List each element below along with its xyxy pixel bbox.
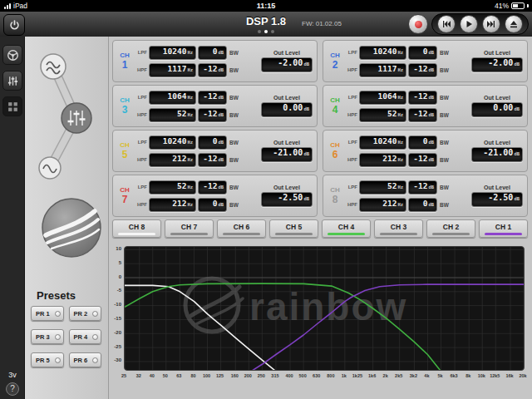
- hpf-gain-display[interactable]: -12dB: [198, 108, 227, 122]
- x-axis-label: 6k3: [446, 373, 461, 378]
- lpf-freq-display[interactable]: 10240Hz: [359, 46, 406, 60]
- hpf-freq-display[interactable]: 1117Hz: [359, 63, 406, 77]
- x-axis-label: 63: [171, 373, 186, 378]
- hpf-label: HPF: [135, 202, 147, 207]
- preset-button[interactable]: PR 3: [31, 329, 64, 344]
- lpf-gain-display[interactable]: 0dB: [408, 46, 437, 60]
- channel-tab[interactable]: CH 7: [165, 219, 214, 238]
- output-page-button[interactable]: [39, 157, 61, 179]
- bw-label: BW: [440, 95, 449, 101]
- lpf-freq-display[interactable]: 10240Hz: [359, 135, 406, 150]
- hpf-gain-display[interactable]: -12dB: [408, 108, 437, 122]
- channel-panel: CH 8 LPF 52Hz -12dB BW HPF 212Hz 0dB BW …: [323, 175, 528, 217]
- lpf-freq-display[interactable]: 52Hz: [149, 180, 196, 195]
- out-level-display[interactable]: 0.00dB: [261, 102, 313, 117]
- db-unit: dB: [428, 185, 434, 190]
- preset-button[interactable]: PR 1: [31, 306, 64, 321]
- prev-icon: [442, 20, 451, 28]
- lpf-row: LPF 10240Hz 0dB BW: [345, 135, 449, 150]
- lpf-row: LPF 1064Hz -12dB BW: [345, 91, 449, 105]
- channel-panel: CH 2 LPF 10240Hz 0dB BW HPF 1117Hz -12dB…: [323, 40, 528, 82]
- lpf-freq-display[interactable]: 10240Hz: [149, 46, 196, 60]
- hpf-freq-display[interactable]: 212Hz: [359, 153, 406, 167]
- out-level-display[interactable]: -2.50dB: [261, 192, 313, 207]
- lpf-gain-display[interactable]: 0dB: [408, 135, 437, 150]
- channel-tab[interactable]: CH 2: [426, 219, 475, 238]
- channel-tab[interactable]: CH 4: [322, 219, 371, 238]
- preset-button[interactable]: PR 6: [69, 352, 102, 367]
- steering-wheel-button[interactable]: [2, 45, 22, 65]
- lpf-gain-display[interactable]: 0dB: [198, 135, 227, 150]
- lpf-gain-display[interactable]: -12dB: [198, 180, 227, 195]
- page-dot-active: [264, 30, 268, 33]
- hpf-gain-display[interactable]: 0dB: [408, 198, 437, 212]
- next-button[interactable]: [482, 15, 500, 33]
- bw-label: BW: [229, 140, 239, 145]
- preset-button[interactable]: PR 4: [69, 329, 102, 344]
- out-level-display[interactable]: 0.00dB: [471, 102, 523, 117]
- db-unit: dB: [514, 106, 520, 111]
- hpf-freq-display[interactable]: 52Hz: [149, 108, 196, 122]
- channel-tab[interactable]: CH 6: [217, 219, 266, 238]
- preset-button[interactable]: PR 2: [69, 306, 102, 321]
- channel-tab[interactable]: CH 8: [112, 219, 161, 238]
- preset-button[interactable]: PR 5: [31, 352, 64, 367]
- hpf-gain-display[interactable]: -12dB: [408, 153, 437, 167]
- lpf-gain-display[interactable]: -12dB: [408, 91, 437, 105]
- next-icon: [487, 20, 495, 28]
- channel-tab[interactable]: CH 1: [479, 219, 528, 238]
- crossover-page-button[interactable]: [41, 54, 66, 79]
- hpf-gain-display[interactable]: -12dB: [198, 63, 227, 77]
- fader-button[interactable]: [2, 71, 22, 91]
- channel-panel: CH 1 LPF 10240Hz 0dB BW HPF 1117Hz -12dB…: [112, 40, 318, 82]
- hpf-gain-display[interactable]: -12dB: [408, 63, 437, 77]
- db-unit: dB: [218, 67, 224, 72]
- hpf-freq-display[interactable]: 212Hz: [149, 198, 196, 212]
- preset-label: PR 2: [74, 310, 88, 318]
- lpf-row: LPF 1064Hz -12dB BW: [135, 91, 239, 105]
- eject-button[interactable]: [505, 15, 523, 33]
- hz-unit: Hz: [187, 157, 193, 162]
- channel-tab-accent: [432, 233, 470, 235]
- channel-panel: CH 7 LPF 52Hz -12dB BW HPF 212Hz 0dB BW …: [112, 175, 318, 217]
- lpf-gain-display[interactable]: -12dB: [198, 91, 227, 105]
- prev-button[interactable]: [437, 15, 456, 33]
- channel-tab[interactable]: CH 5: [269, 219, 318, 238]
- preset-led: [55, 311, 61, 317]
- hpf-freq-display[interactable]: 1117Hz: [149, 63, 196, 77]
- channel-tab[interactable]: CH 3: [374, 219, 423, 238]
- out-level-display[interactable]: -2.00dB: [261, 57, 313, 72]
- hpf-gain-display[interactable]: 0dB: [198, 198, 227, 212]
- x-axis-label: 125: [213, 373, 228, 378]
- help-button[interactable]: ?: [6, 382, 19, 396]
- lpf-freq-display[interactable]: 10240Hz: [149, 135, 196, 150]
- hpf-freq-display[interactable]: 212Hz: [359, 198, 406, 212]
- lpf-freq-display[interactable]: 1064Hz: [149, 91, 196, 105]
- side-strip: 3v ?: [0, 37, 25, 399]
- hpf-freq-display[interactable]: 52Hz: [359, 108, 406, 122]
- channel-tab-label: CH 2: [443, 223, 459, 231]
- out-level-display[interactable]: -21.00dB: [471, 147, 523, 162]
- channel-panel: CH 3 LPF 1064Hz -12dB BW HPF 52Hz -12dB …: [112, 85, 318, 127]
- out-level-display[interactable]: -2.50dB: [471, 192, 523, 207]
- out-level-display[interactable]: -2.00dB: [471, 57, 523, 72]
- hpf-freq-display[interactable]: 212Hz: [149, 153, 196, 167]
- channel-id: CH 6: [327, 142, 343, 160]
- eq-page-button[interactable]: [62, 103, 91, 133]
- steering-wheel-icon: [7, 49, 19, 62]
- hpf-gain-display[interactable]: -12dB: [198, 153, 227, 167]
- lpf-gain-display[interactable]: 0dB: [198, 46, 227, 60]
- hz-unit: Hz: [397, 140, 403, 145]
- out-level-display[interactable]: -21.00dB: [261, 147, 313, 162]
- record-button[interactable]: [408, 14, 428, 34]
- lpf-gain-display[interactable]: -12dB: [408, 180, 437, 195]
- play-button[interactable]: [460, 15, 478, 33]
- matrix-button[interactable]: [2, 96, 22, 116]
- x-axis-label: 25: [116, 373, 131, 378]
- preset-led: [92, 311, 98, 317]
- hpf-label: HPF: [135, 67, 147, 72]
- lpf-freq-display[interactable]: 1064Hz: [359, 91, 406, 105]
- strip-buttons: [0, 45, 25, 116]
- lpf-freq-display[interactable]: 52Hz: [359, 180, 406, 195]
- channel-number: 1: [122, 60, 128, 70]
